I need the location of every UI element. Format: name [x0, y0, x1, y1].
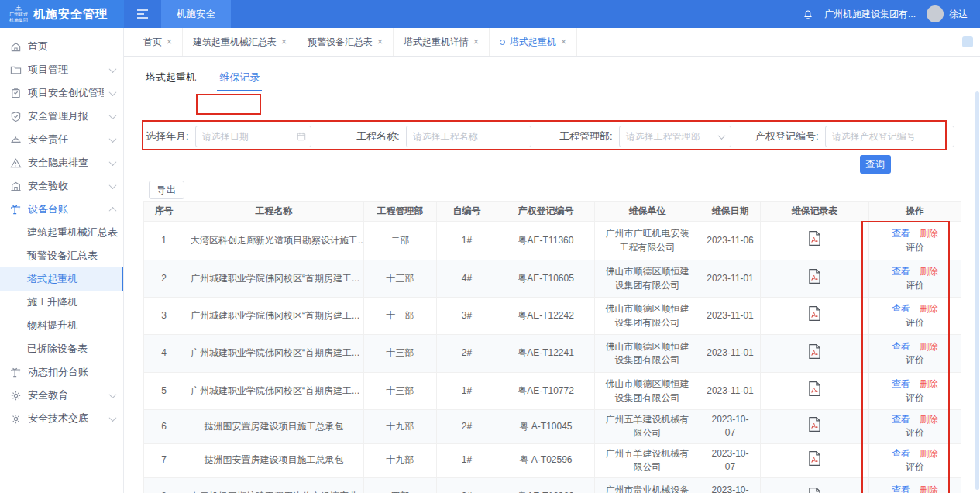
delete-link[interactable]: 删除	[920, 341, 938, 352]
rate-link[interactable]: 评价	[906, 317, 924, 328]
year-month-input[interactable]	[195, 126, 311, 147]
workspace-tab-tower-crane[interactable]: 塔式起重机×	[490, 28, 577, 56]
delete-link[interactable]: 删除	[920, 448, 938, 459]
reg-no-input[interactable]	[825, 126, 954, 147]
sidebar-item-label: 动态扣分台账	[28, 365, 104, 379]
sidebar-subitem-label: 已拆除设备表	[27, 342, 88, 356]
view-link[interactable]: 查看	[892, 228, 910, 239]
user-menu[interactable]: 徐达	[927, 5, 968, 22]
delete-link[interactable]: 删除	[920, 228, 938, 239]
sidebar-subitem-removed-equipment[interactable]: 已拆除设备表	[0, 337, 123, 360]
pdf-file-icon[interactable]	[808, 487, 821, 493]
org-name[interactable]: 广州机施建设集团有...	[824, 8, 916, 21]
project-name-input[interactable]	[406, 126, 531, 147]
workspace-tab-tower-crane-detail[interactable]: 塔式起重机详情×	[394, 28, 490, 56]
sidebar-subitem-building-crane-summary[interactable]: 建筑起重机械汇总表	[0, 221, 123, 244]
sidebar-item-label: 安全隐患排查	[28, 156, 104, 170]
view-link[interactable]: 查看	[892, 303, 910, 314]
column-header: 维保单位	[595, 202, 700, 222]
sidebar-item-safety-excellence[interactable]: 项目安全创优管理	[0, 81, 123, 105]
pdf-file-icon[interactable]	[808, 381, 821, 401]
cell-seq: 2	[144, 260, 184, 298]
sidebar-item-project-management[interactable]: 项目管理	[0, 58, 123, 81]
rate-link[interactable]: 评价	[906, 280, 924, 291]
delete-link[interactable]: 删除	[920, 266, 938, 277]
workspace-tab-warning-device-summary[interactable]: 预警设备汇总表×	[297, 28, 394, 56]
sidebar-item-label: 首页	[28, 40, 104, 53]
tab-options-icon[interactable]	[962, 36, 973, 47]
sidebar-item-safety-education[interactable]: 安全教育	[0, 384, 123, 407]
column-header: 工程管理部	[364, 202, 437, 222]
close-tab-icon[interactable]: ×	[473, 37, 479, 47]
close-tab-icon[interactable]: ×	[377, 37, 383, 47]
close-tab-icon[interactable]: ×	[281, 37, 287, 47]
sidebar-subitem-label: 施工升降机	[27, 295, 77, 309]
rate-link[interactable]: 评价	[906, 242, 924, 253]
close-tab-icon[interactable]: ×	[561, 37, 566, 47]
workspace-tab-home[interactable]: 首页×	[133, 28, 183, 56]
sidebar-subitem-tower-crane[interactable]: 塔式起重机	[0, 267, 123, 291]
view-link[interactable]: 查看	[892, 448, 910, 459]
rate-link[interactable]: 评价	[906, 392, 924, 403]
pdf-file-icon[interactable]	[808, 230, 821, 250]
cell-unit: 广州市贵业机械设备有限公司	[595, 477, 700, 493]
cell-record-file	[761, 298, 869, 335]
dept-select[interactable]: 请选择工程管理部	[619, 126, 731, 147]
workspace-tab-building-crane-summary[interactable]: 建筑起重机械汇总表×	[183, 28, 297, 56]
cell-date: 2023-10-07	[700, 443, 761, 477]
view-link[interactable]: 查看	[892, 484, 910, 493]
subtab-tower-crane[interactable]: 塔式起重机	[143, 64, 198, 90]
scrollbar[interactable]	[975, 91, 979, 490]
cell-self-no: 2#	[437, 410, 497, 444]
view-link[interactable]: 查看	[892, 341, 910, 352]
sidebar-item-tech-disclosure[interactable]: 安全技术交底	[0, 407, 123, 430]
cell-unit: 广州五羊建设机械有限公司	[595, 443, 700, 477]
sidebar-item-dynamic-deduction[interactable]: 动态扣分台账	[0, 360, 123, 384]
table-row: 4广州城建职业学院佛冈校区“首期房建工...十三部2#粤AE-T12241佛山市…	[144, 335, 961, 373]
subtab-maintenance-records[interactable]: 维保记录	[217, 64, 262, 91]
rate-link[interactable]: 评价	[906, 354, 924, 365]
export-button[interactable]: 导出	[149, 181, 184, 199]
chevron-down-icon	[109, 414, 117, 422]
cell-actions: 查看删除评价	[869, 373, 961, 410]
sidebar-item-home[interactable]: 首页	[0, 35, 123, 58]
cell-seq: 1	[144, 222, 184, 260]
sidebar-item-hazard-check[interactable]: 安全隐患排查	[0, 151, 123, 174]
delete-link[interactable]: 删除	[920, 378, 938, 389]
sidebar-subitem-construction-hoist[interactable]: 施工升降机	[0, 291, 123, 314]
cell-seq: 3	[144, 298, 184, 335]
sidebar-item-equipment-ledger[interactable]: 设备台账	[0, 198, 123, 221]
pdf-file-icon[interactable]	[808, 305, 821, 326]
cell-record-file	[761, 373, 869, 410]
view-link[interactable]: 查看	[892, 266, 910, 277]
pdf-file-icon[interactable]	[808, 416, 821, 436]
delete-link[interactable]: 删除	[920, 484, 938, 493]
delete-link[interactable]: 删除	[920, 303, 938, 314]
sidebar-subitem-warning-device-summary[interactable]: 预警设备汇总表	[0, 244, 123, 267]
warning-icon	[10, 157, 22, 169]
chevron-down-icon	[109, 391, 117, 398]
filter-year-month-label: 选择年月:	[146, 129, 189, 143]
sidebar: 首页 项目管理 项目安全创优管理 安全管理月报 安全责任 安全隐患排查 安全验收…	[0, 28, 124, 493]
pdf-file-icon[interactable]	[808, 343, 821, 364]
cell-self-no: 4#	[437, 260, 497, 298]
cell-actions: 查看删除评价	[869, 298, 961, 335]
delete-link[interactable]: 删除	[920, 414, 938, 425]
pdf-file-icon[interactable]	[808, 450, 821, 471]
logo-badge-line2: 机施集团	[9, 18, 28, 22]
sidebar-subitem-material-hoist[interactable]: 物料提升机	[0, 314, 123, 337]
collapse-menu-button[interactable]	[124, 0, 161, 28]
view-link[interactable]: 查看	[892, 414, 910, 425]
pdf-file-icon[interactable]	[808, 268, 821, 288]
search-button[interactable]: 查询	[860, 155, 891, 174]
topnav-tab[interactable]: 机施安全	[161, 0, 231, 28]
notification-bell-button[interactable]	[803, 9, 813, 20]
view-link[interactable]: 查看	[892, 378, 910, 389]
sidebar-item-safety-duty[interactable]: 安全责任	[0, 128, 123, 151]
sidebar-item-safety-acceptance[interactable]: 安全验收	[0, 174, 123, 198]
rate-link[interactable]: 评价	[906, 461, 924, 472]
topbar-spacer	[231, 0, 803, 28]
rate-link[interactable]: 评价	[906, 427, 924, 438]
close-tab-icon[interactable]: ×	[167, 37, 172, 47]
sidebar-item-monthly-report[interactable]: 安全管理月报	[0, 105, 123, 128]
